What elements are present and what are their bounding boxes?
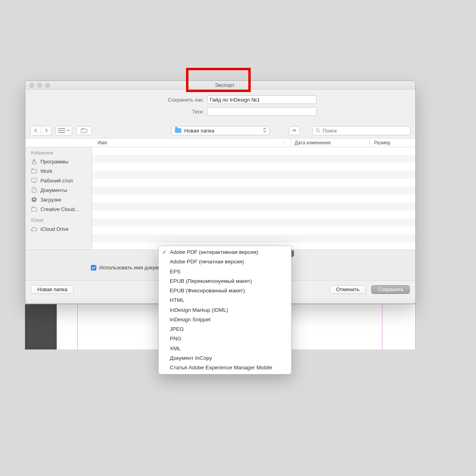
tags-label: Теги: bbox=[25, 109, 207, 115]
format-option[interactable]: Adobe PDF (печатная версия) bbox=[159, 257, 291, 267]
guide-line bbox=[77, 304, 78, 349]
sidebar-item-label: Программы bbox=[40, 159, 68, 165]
svg-rect-4 bbox=[32, 169, 34, 170]
search-input[interactable] bbox=[322, 128, 407, 134]
sort-asc-icon: ⌃ bbox=[283, 141, 286, 145]
folder-path-label: Новая папка bbox=[184, 128, 215, 134]
sidebar-item-label: Документы bbox=[40, 187, 67, 193]
search-icon bbox=[316, 128, 320, 133]
format-option[interactable]: EPUB (Перекомпонуемый макет) bbox=[159, 276, 291, 286]
format-option[interactable]: HTML bbox=[159, 296, 291, 305]
applications-icon bbox=[31, 158, 37, 165]
format-option[interactable]: InDesign Markup (IDML) bbox=[159, 305, 291, 315]
sidebar-heading-favorites: Избранное bbox=[25, 150, 92, 157]
format-dropdown-menu: Adobe PDF (интерактивная версия)Adobe PD… bbox=[158, 246, 292, 374]
sidebar-item-downloads[interactable]: Загрузки bbox=[25, 195, 92, 204]
cancel-button[interactable]: Отменить bbox=[330, 285, 366, 294]
cloud-icon bbox=[31, 226, 37, 232]
sidebar-item-applications[interactable]: Программы bbox=[25, 157, 92, 166]
save-as-label: Сохранить как: bbox=[25, 97, 207, 103]
sidebar-item-creative-cloud[interactable]: Creative Cloud... bbox=[25, 204, 92, 214]
documents-icon bbox=[31, 187, 37, 193]
back-button[interactable] bbox=[31, 126, 41, 135]
sidebar-item-icloud-drive[interactable]: iCloud Drive bbox=[25, 224, 92, 234]
guide-line bbox=[382, 304, 382, 349]
window-controls bbox=[25, 83, 54, 88]
expand-button[interactable] bbox=[289, 126, 300, 135]
sidebar-heading-icloud: iCloud bbox=[25, 217, 92, 224]
sidebar-item-label: Загрузки bbox=[40, 197, 61, 203]
titlebar: Экспорт bbox=[25, 81, 415, 90]
list-row bbox=[92, 226, 415, 234]
checkbox-checked-icon bbox=[91, 265, 96, 271]
chevron-updown-icon bbox=[263, 128, 266, 133]
svg-rect-1 bbox=[82, 129, 84, 129]
format-option[interactable]: Adobe PDF (интерактивная версия) bbox=[159, 248, 291, 257]
list-row bbox=[92, 179, 415, 187]
search-field[interactable] bbox=[312, 126, 411, 135]
save-as-input[interactable] bbox=[207, 95, 317, 104]
svg-rect-5 bbox=[32, 178, 37, 182]
forward-button[interactable] bbox=[41, 126, 51, 135]
folder-path-button[interactable]: Новая папка bbox=[171, 126, 270, 135]
folder-icon bbox=[175, 128, 181, 133]
list-view-icon bbox=[56, 126, 72, 135]
guide-line bbox=[415, 304, 416, 349]
close-window-button[interactable] bbox=[29, 83, 34, 88]
list-row bbox=[92, 147, 415, 155]
list-row bbox=[92, 211, 415, 219]
desktop-icon bbox=[31, 177, 37, 184]
column-name[interactable]: Имя ⌃ bbox=[92, 140, 290, 146]
column-size[interactable]: Размер bbox=[370, 138, 415, 147]
save-button[interactable]: Сохранить bbox=[371, 285, 410, 294]
sidebar-item-label: Work bbox=[40, 168, 52, 174]
folder-icon bbox=[31, 168, 37, 174]
list-row bbox=[92, 163, 415, 171]
format-option[interactable]: Документ InCopy bbox=[159, 353, 291, 363]
format-option[interactable]: JPEG bbox=[159, 324, 291, 334]
format-option[interactable]: InDesign Snippet bbox=[159, 315, 291, 324]
folder-icon bbox=[31, 206, 37, 212]
sidebar-item-documents[interactable]: Документы bbox=[25, 185, 92, 195]
nav-segment bbox=[30, 126, 52, 136]
dialog-title: Экспорт bbox=[54, 82, 415, 88]
sidebar-item-desktop[interactable]: Рабочий стол bbox=[25, 176, 92, 185]
sidebar-item-label: Рабочий стол bbox=[40, 178, 73, 184]
minimize-window-button[interactable] bbox=[37, 83, 42, 88]
format-option[interactable]: EPUB (Фиксированный макет) bbox=[159, 286, 291, 296]
format-option[interactable]: EPS bbox=[159, 267, 291, 276]
new-folder-button[interactable]: Новая папка bbox=[31, 285, 74, 294]
zoom-window-button[interactable] bbox=[45, 83, 50, 88]
format-option[interactable]: PNG bbox=[159, 334, 291, 344]
sidebar-item-label: Creative Cloud... bbox=[40, 206, 79, 212]
svg-rect-7 bbox=[32, 208, 37, 211]
format-option[interactable]: XML bbox=[159, 344, 291, 353]
sidebar-item-work[interactable]: Work bbox=[25, 166, 92, 176]
format-option[interactable]: Статья Adobe Experience Manager Mobile bbox=[159, 363, 291, 372]
downloads-icon bbox=[31, 196, 37, 203]
list-row bbox=[92, 187, 415, 195]
format-label: Формат bbox=[25, 254, 181, 260]
finder-toolbar: Новая папка bbox=[25, 123, 415, 138]
svg-rect-0 bbox=[81, 129, 87, 133]
file-list[interactable] bbox=[92, 147, 415, 250]
view-mode-button[interactable] bbox=[56, 126, 72, 136]
sidebar: Избранное Программы Work Рабочий стол До… bbox=[25, 147, 92, 250]
sidebar-item-label: iCloud Drive bbox=[40, 226, 69, 232]
group-button[interactable] bbox=[76, 126, 92, 135]
list-row bbox=[92, 234, 415, 242]
save-fields: Сохранить как: Теги: bbox=[25, 90, 415, 123]
svg-point-2 bbox=[316, 129, 319, 131]
list-row bbox=[92, 155, 415, 163]
svg-rect-3 bbox=[32, 170, 37, 173]
column-date[interactable]: Дата изменения bbox=[290, 138, 370, 147]
list-row bbox=[92, 219, 415, 226]
list-row bbox=[92, 195, 415, 203]
tags-input[interactable] bbox=[207, 107, 317, 116]
svg-rect-8 bbox=[32, 207, 34, 208]
list-row bbox=[92, 203, 415, 211]
column-headers: Имя ⌃ Дата изменения Размер bbox=[25, 138, 415, 147]
list-row bbox=[92, 171, 415, 179]
